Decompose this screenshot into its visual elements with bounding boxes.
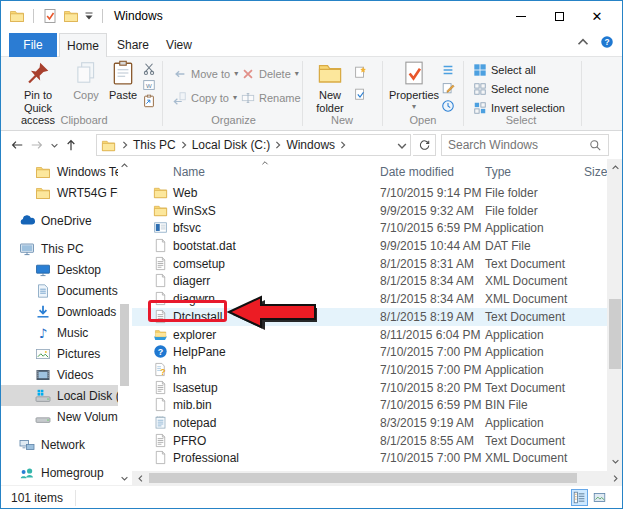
file-row[interactable]: notepad 8/3/2015 9:19 AM Application — [132, 414, 607, 432]
column-headers: Name Date modified Type Size — [132, 159, 607, 184]
thumbnails-view-button[interactable] — [591, 489, 608, 506]
paste-button[interactable]: Paste — [105, 60, 141, 102]
chevron-right-icon — [611, 474, 620, 483]
breadcrumb-item[interactable]: Local Disk (C:) — [189, 138, 284, 152]
scroll-right-button[interactable] — [609, 472, 622, 485]
cut-icon[interactable] — [142, 62, 156, 76]
help-icon[interactable]: ? — [600, 35, 614, 49]
copy-button[interactable]: Copy — [69, 60, 103, 102]
sidebar-item[interactable]: New Volume (E:) — [1, 406, 118, 427]
file-row[interactable]: explorer 8/11/2015 6:04 PM Application — [132, 326, 607, 344]
copy-path-icon[interactable]: W — [142, 78, 156, 92]
tab-file[interactable]: File — [9, 33, 57, 57]
file-row[interactable]: mib.bin 7/10/2015 6:59 PM BIN File — [132, 396, 607, 414]
new-item-icon[interactable] — [353, 65, 367, 79]
search-box[interactable] — [441, 134, 609, 156]
file-row[interactable]: bfsvc 7/10/2015 6:59 PM Application — [132, 219, 607, 237]
scrollbar-thumb[interactable] — [149, 473, 577, 483]
sidebar-item[interactable]: Windows Techie — [1, 161, 118, 182]
sidebar-item[interactable]: WRT54G Firmwa — [1, 182, 118, 203]
maximize-button[interactable] — [540, 3, 578, 29]
scrollbar-thumb[interactable] — [609, 299, 621, 369]
back-button[interactable] — [7, 135, 27, 155]
sidebar-item[interactable]: This PC — [1, 238, 118, 259]
sidebar-scroll-down-button[interactable] — [118, 471, 131, 485]
search-input[interactable] — [448, 138, 589, 152]
sidebar-item[interactable]: Downloads — [1, 301, 118, 322]
details-view-button[interactable] — [571, 489, 588, 506]
file-row[interactable]: ? HelpPane 7/10/2015 7:00 PM Application — [132, 343, 607, 361]
breadcrumb-item[interactable]: This PC — [130, 138, 189, 152]
file-row[interactable]: WinSxS 9/9/2015 9:32 AM File folder — [132, 202, 607, 220]
address-bar[interactable]: This PC Local Disk (C:) Windows — [96, 134, 411, 156]
column-header-date-modified[interactable]: Date modified — [380, 165, 454, 179]
tab-view[interactable]: View — [159, 33, 199, 57]
sidebar-item[interactable]: Pictures — [1, 343, 118, 364]
sidebar-item[interactable]: Desktop — [1, 259, 118, 280]
file-row[interactable]: lsasetup 7/10/2015 8:20 PM Text Document — [132, 379, 607, 397]
scroll-left-button[interactable] — [134, 472, 147, 485]
rename-button[interactable]: Rename — [241, 89, 301, 106]
properties-button[interactable]: Properties ▾ — [391, 60, 437, 111]
easy-access-icon[interactable] — [353, 87, 367, 101]
up-button[interactable] — [61, 135, 81, 155]
move-to-button[interactable]: Move to ▾ — [173, 65, 238, 82]
sidebar-item[interactable]: Local Disk (C:) — [1, 385, 118, 406]
file-row[interactable]: ? hh 7/10/2015 7:00 PM Application — [132, 361, 607, 379]
properties-quick-icon[interactable] — [42, 8, 58, 24]
refresh-button[interactable] — [413, 134, 436, 156]
file-date-modified: 9/9/2015 9:32 AM — [380, 204, 474, 218]
recent-locations-button[interactable] — [47, 135, 61, 155]
file-row[interactable]: bootstat.dat 9/9/2015 10:44 AM DAT File — [132, 237, 607, 255]
select-all-button[interactable]: Select all — [473, 61, 536, 78]
open-icon[interactable] — [441, 63, 455, 77]
sidebar-scrollbar[interactable] — [118, 159, 131, 471]
file-row[interactable]: Professional 7/10/2015 7:00 PM XML Docum… — [132, 449, 607, 467]
close-button[interactable]: ✕ — [578, 3, 616, 29]
file-name: notepad — [173, 416, 216, 430]
forward-button[interactable] — [27, 135, 47, 155]
scroll-down-button[interactable] — [609, 455, 622, 468]
file-list-scrollbar[interactable] — [607, 159, 623, 471]
customize-toolbar-chevron-icon[interactable] — [84, 11, 94, 21]
edit-icon[interactable] — [441, 81, 455, 95]
sidebar-item[interactable]: Videos — [1, 364, 118, 385]
sidebar-item-label: Documents — [57, 284, 118, 298]
sidebar-item[interactable]: Homegroup — [1, 462, 118, 483]
sidebar-item[interactable]: Documents — [1, 280, 118, 301]
sidebar-item-label: Local Disk (C:) — [57, 389, 118, 403]
new-folder-quick-icon[interactable] — [63, 8, 79, 24]
address-dropdown-chevron-icon[interactable] — [396, 140, 408, 152]
horizontal-scrollbar[interactable] — [132, 471, 623, 485]
scroll-up-button[interactable] — [609, 161, 622, 174]
minimize-button[interactable] — [502, 3, 540, 29]
minimize-ribbon-chevron-icon[interactable] — [576, 35, 590, 49]
file-name: lsasetup — [173, 381, 218, 395]
scroll-up-button[interactable] — [118, 159, 131, 172]
select-none-button[interactable]: Select none — [473, 80, 549, 97]
file-row[interactable]: diagerr 8/1/2015 8:34 AM XML Document — [132, 272, 607, 290]
file-row[interactable]: PFRO 8/1/2015 8:55 AM Text Document — [132, 432, 607, 450]
new-folder-button[interactable]: New folder — [309, 60, 351, 114]
scrollbar-thumb[interactable] — [120, 304, 129, 386]
file-row[interactable]: comsetup 8/1/2015 8:31 AM Text Document — [132, 255, 607, 273]
paste-shortcut-icon[interactable] — [142, 94, 156, 108]
sidebar-item[interactable]: OneDrive — [1, 210, 118, 231]
history-icon[interactable] — [441, 99, 455, 113]
tab-share[interactable]: Share — [111, 33, 155, 57]
delete-button[interactable]: Delete ▾ — [241, 65, 299, 82]
column-header-type[interactable]: Type — [485, 165, 511, 179]
rename-icon — [241, 91, 255, 105]
sidebar-item[interactable]: ♪ Music — [1, 322, 118, 343]
copy-to-button[interactable]: Copy to ▾ — [173, 89, 237, 106]
sidebar-item[interactable]: Network — [1, 434, 118, 455]
column-header-name[interactable]: Name — [173, 165, 205, 179]
tab-home[interactable]: Home — [59, 33, 107, 57]
invert-selection-label: Invert selection — [491, 102, 565, 114]
column-header-size[interactable]: Size — [584, 165, 607, 179]
navigation-pane: Windows Techie WRT54G Firmwa OneDrive Th… — [1, 161, 118, 483]
sidebar-item-label: Network — [41, 438, 85, 452]
file-row[interactable]: Web 7/10/2015 9:14 PM File folder — [132, 184, 607, 202]
breadcrumb-item[interactable]: Windows — [283, 138, 348, 152]
divider — [33, 9, 34, 23]
